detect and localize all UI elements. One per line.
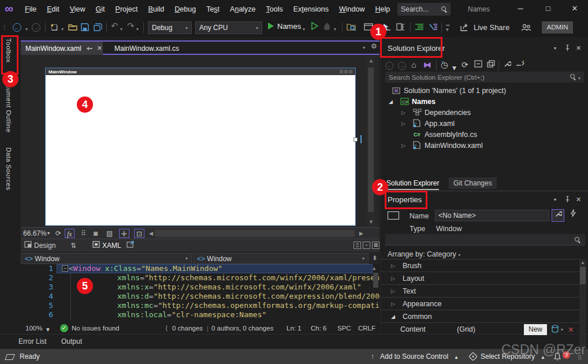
code-scroll-up-icon[interactable]: ▲ (373, 265, 375, 271)
start-debug-dropdown[interactable]: ▾ (303, 25, 305, 34)
designer-horizontal-scrollbar[interactable] (155, 230, 355, 237)
design-preview-window[interactable]: MainWindow (45, 68, 356, 226)
tab-error-list[interactable]: Error List (18, 337, 47, 346)
resize-handle[interactable] (353, 138, 358, 142)
navigate-forward-button[interactable]: → (32, 23, 40, 32)
snap-toggle[interactable]: ⊡ (134, 229, 144, 238)
minimize-button[interactable]: ─ (508, 0, 533, 17)
fold-marker[interactable]: − (62, 265, 68, 272)
navigate-back-button[interactable]: ← (13, 23, 21, 32)
xaml-tab[interactable]: XAML (102, 241, 121, 251)
tree-item-app-xaml[interactable]: ▷‹›App.xaml (381, 118, 588, 129)
tab-solution-explorer[interactable]: Solution Explorer (386, 179, 439, 190)
undo-button[interactable]: ↶ (111, 21, 118, 31)
props-close-icon[interactable]: ✕ (576, 196, 581, 203)
issues-label[interactable]: No issues found (72, 324, 119, 333)
menu-debug[interactable]: Debug (169, 0, 201, 18)
save-button[interactable] (81, 23, 89, 32)
editor-zoom-level[interactable]: 100% (25, 324, 42, 333)
se-close-icon[interactable]: ✕ (576, 44, 581, 52)
snapline-toggle[interactable]: ✛ (119, 229, 129, 238)
snap-grid-icon[interactable]: ◙ (94, 229, 98, 238)
hscroll-right-icon[interactable]: ▶ (359, 229, 363, 238)
new-item-button[interactable]: ❏✦ (51, 23, 61, 32)
resource-dropdown[interactable]: ▾ (561, 327, 563, 332)
code-line[interactable]: xmlns:x="http://schemas.microsoft.com/wi… (117, 283, 362, 292)
menu-view[interactable]: View (65, 0, 91, 18)
indent-icon[interactable] (415, 23, 424, 32)
menu-test[interactable]: Test (201, 0, 225, 18)
code-scrollbar-thumb[interactable] (373, 273, 378, 288)
close-button[interactable]: ✕ (563, 0, 587, 17)
column-indicator[interactable]: Ch: 6 (311, 324, 327, 333)
spaces-indicator[interactable]: SPC (337, 324, 351, 333)
start-without-debug-button[interactable] (311, 22, 318, 31)
side-tab-data-sources[interactable]: Data Sources (5, 147, 12, 190)
properties-search-box[interactable] (385, 234, 585, 246)
horizontal-split-icon[interactable]: − (363, 242, 370, 249)
se-dropdown-icon[interactable]: ▾ (554, 46, 556, 51)
save-all-button[interactable] (94, 23, 102, 32)
eol-indicator[interactable]: CRLF (358, 324, 375, 333)
se-forward-icon[interactable]: → (398, 60, 406, 70)
category-layout[interactable]: ▷Layout (381, 272, 586, 284)
tree-item-names[interactable]: ◢C#Names (381, 96, 588, 107)
designer-vertical-scrollbar[interactable]: ▲ ▼ (366, 56, 375, 227)
pin-icon[interactable] (86, 45, 93, 52)
close-tab-icon[interactable]: ✕ (97, 44, 102, 52)
se-pin-icon[interactable] (564, 44, 571, 53)
se-back-icon[interactable]: ← (385, 60, 393, 70)
category-text[interactable]: ▷Text (381, 284, 586, 297)
zoom-level[interactable]: 66.67% (23, 229, 47, 238)
tab-output[interactable]: Output (61, 337, 82, 346)
profiler-icon[interactable] (323, 22, 331, 31)
properties-wrench-button[interactable] (552, 209, 564, 222)
tree-item-assemblyinfo-cs[interactable]: C#AssemblyInfo.cs (381, 129, 588, 140)
category-common[interactable]: ◢Common (381, 310, 586, 322)
platform-dropdown[interactable]: Any CPU▾ (195, 21, 262, 34)
changes-label[interactable]: 0 changes (172, 324, 203, 333)
expander-icon[interactable]: ▷ (391, 263, 403, 269)
props-scroll-up[interactable]: ▲ (580, 260, 585, 265)
breadcrumb-left[interactable]: <> Window▾ (21, 253, 192, 264)
profiler-dropdown[interactable]: ▾ (334, 25, 336, 34)
splitter-handle-icon[interactable]: ⇟ (372, 254, 377, 262)
code-line[interactable]: <Window x:Class="Names.MainWindow" (69, 264, 222, 273)
expander-icon[interactable]: ◢ (389, 99, 400, 105)
configuration-dropdown[interactable]: Debug▾ (148, 21, 192, 34)
clear-value-icon[interactable]: ✕ (568, 325, 574, 334)
edit-ordered-icon[interactable] (396, 23, 405, 32)
events-lightning-button[interactable] (567, 209, 579, 222)
expander-icon[interactable]: ▷ (401, 121, 413, 127)
menu-build[interactable]: Build (143, 0, 170, 18)
search-box[interactable]: Search... (397, 3, 451, 16)
grid-icon[interactable]: ⠿ (81, 229, 86, 238)
hscroll-left-icon[interactable]: ◀ (149, 229, 153, 238)
add-source-dropdown[interactable]: ▲ (454, 355, 459, 360)
menu-extensions[interactable]: Extensions (288, 0, 334, 18)
ruler-icon[interactable]: ▨ (106, 229, 113, 238)
expander-icon[interactable]: ▷ (401, 110, 413, 116)
background-tasks-icon[interactable] (6, 354, 14, 362)
expander-icon[interactable]: ▷ (391, 288, 403, 294)
expander-icon[interactable]: ▷ (391, 276, 403, 281)
redo-dropdown[interactable]: ▾ (136, 25, 139, 34)
category-brush[interactable]: ▷Brush (381, 259, 586, 272)
tab-options-gear-icon[interactable]: ⚙ (371, 42, 377, 50)
feedback-icon[interactable] (521, 23, 531, 32)
expander-icon[interactable]: ▷ (391, 301, 403, 307)
expander-icon[interactable]: ◢ (391, 314, 403, 320)
vertical-split-icon[interactable]: ▯ (353, 242, 361, 249)
navigate-back-dropdown[interactable]: ▾ (25, 25, 28, 34)
menu-window[interactable]: Window (334, 0, 370, 18)
open-folder-icon[interactable] (68, 23, 77, 32)
effects-toggle[interactable]: fx (65, 229, 75, 238)
menu-git[interactable]: Git (91, 0, 110, 18)
code-line[interactable]: xmlns:local="clr-namespace:Names" (117, 310, 266, 320)
design-tab[interactable]: Design (34, 241, 55, 251)
arrange-by-label[interactable]: Arrange by: Category ▾ (388, 250, 460, 258)
start-debug-button[interactable]: Names (267, 22, 301, 31)
tree-item-solution-names-1-of-1-project-[interactable]: Solution 'Names' (1 of 1 project) (381, 85, 588, 96)
collapse-pane-icon[interactable]: ⊠ (372, 242, 379, 249)
toolbar-overflow-button[interactable]: ••▾ (446, 24, 449, 33)
